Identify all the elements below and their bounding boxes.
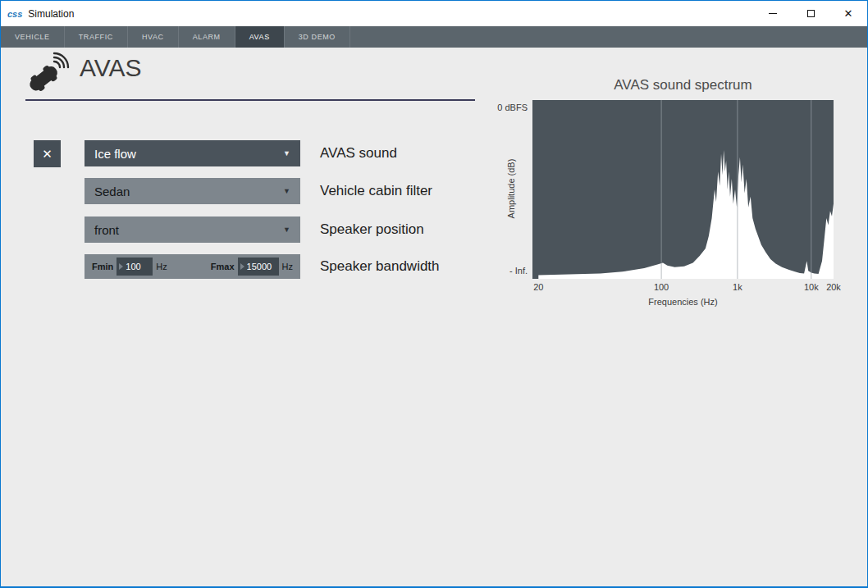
vehicle-cabin-filter-dropdown[interactable]: Sedan ▼	[85, 178, 300, 204]
chevron-down-icon: ▼	[283, 226, 290, 234]
vehicle-cabin-filter-value: Sedan	[94, 185, 276, 198]
speaker-position-dropdown[interactable]: front ▼	[85, 217, 300, 243]
chevron-down-icon: ▼	[283, 187, 290, 195]
y-axis-title: Amplitude (dB)	[506, 159, 516, 219]
avas-sound-label: AVAS sound	[320, 145, 397, 162]
window-title: Simulation	[28, 8, 74, 20]
remove-avas-sound-button[interactable]: ✕	[34, 140, 61, 167]
x-tick-10k: 10k	[804, 282, 819, 292]
fmax-group: Fmax Hz	[211, 258, 293, 276]
maximize-button[interactable]	[792, 1, 829, 26]
tab-traffic[interactable]: TRAFFIC	[65, 26, 128, 48]
fmin-unit: Hz	[156, 262, 167, 271]
speaker-bandwidth-label: Speaker bandwidth	[320, 258, 440, 275]
x-tick-1k: 1k	[733, 282, 742, 292]
x-tick-100: 100	[654, 282, 669, 292]
fmax-unit: Hz	[282, 262, 293, 271]
titlebar: css Simulation ✕	[1, 1, 867, 26]
page-title: AVAS	[80, 54, 142, 82]
chart-title: AVAS sound spectrum	[532, 77, 834, 93]
app-logo-icon: css	[7, 9, 22, 19]
tab-vehicle[interactable]: VEHICLE	[1, 26, 65, 48]
avas-sound-value: Ice flow	[94, 147, 276, 161]
x-axis-title: Frequencies (Hz)	[532, 297, 834, 307]
avas-car-sound-icon	[23, 49, 75, 95]
chevron-down-icon: ▼	[283, 149, 290, 157]
simulation-window: css Simulation ✕ VEHICLE TRAFFIC HVAC AL…	[0, 0, 868, 588]
y-axis-max-label: 0 dBFS	[460, 103, 528, 112]
y-axis-min-label: - Inf.	[460, 266, 528, 276]
avas-page: AVAS ✕ Ice flow ▼ AVAS sound Sedan ▼ Veh…	[1, 48, 867, 586]
x-tick-20k: 20k	[826, 282, 841, 292]
minimize-button[interactable]	[754, 1, 792, 26]
spectrum-area	[538, 150, 834, 279]
header-underline	[25, 99, 475, 101]
spectrum-svg	[532, 100, 834, 279]
avas-sound-dropdown[interactable]: Ice flow ▼	[85, 140, 300, 166]
maximize-icon	[807, 10, 815, 17]
tab-bar: VEHICLE TRAFFIC HVAC ALARM AVAS 3D DEMO	[1, 26, 867, 48]
tab-alarm[interactable]: ALARM	[179, 26, 235, 48]
speaker-bandwidth-control: Fmin Hz Fmax Hz	[85, 254, 300, 279]
fmax-field	[238, 258, 279, 276]
window-controls: ✕	[754, 1, 867, 26]
x-axis-ticks: 20 100 1k 10k 20k	[532, 282, 834, 294]
close-button[interactable]: ✕	[829, 1, 867, 26]
speaker-position-label: Speaker position	[320, 221, 424, 238]
vehicle-cabin-filter-label: Vehicle cabin filter	[320, 183, 432, 199]
tab-3d-demo[interactable]: 3D DEMO	[285, 26, 350, 48]
remove-icon: ✕	[42, 147, 53, 162]
fmin-label: Fmin	[92, 262, 113, 271]
speaker-position-value: front	[94, 223, 276, 237]
minimize-icon	[769, 13, 777, 14]
tab-hvac[interactable]: HVAC	[128, 26, 179, 48]
fmin-input[interactable]	[123, 262, 153, 271]
spectrum-plot-area	[532, 100, 834, 279]
close-icon: ✕	[844, 7, 853, 20]
fmin-field	[116, 258, 153, 276]
fmin-group: Fmin Hz	[92, 258, 167, 276]
tab-avas[interactable]: AVAS	[235, 26, 285, 48]
x-tick-20: 20	[533, 282, 543, 292]
fmax-input[interactable]	[244, 262, 279, 271]
fmax-label: Fmax	[211, 262, 235, 271]
